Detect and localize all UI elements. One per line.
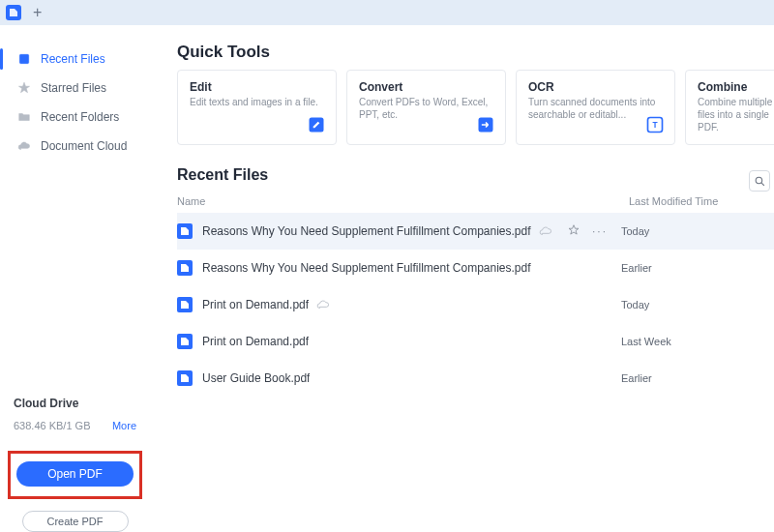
file-name: User Guide Book.pdf [202, 371, 310, 385]
card-title: Convert [359, 80, 495, 94]
table-row[interactable]: User Guide Book.pdfEarlier [177, 360, 774, 397]
cloud-icon [17, 139, 31, 153]
tab-bar: + [0, 0, 774, 25]
quick-tools-cards: EditEdit texts and images in a file.Conv… [177, 70, 774, 145]
sidebar-item-label: Starred Files [41, 81, 106, 95]
file-name: Print on Demand.pdf [202, 335, 309, 348]
cloud-icon [539, 224, 552, 238]
quick-tool-ocr[interactable]: OCRTurn scanned documents into searchabl… [516, 70, 675, 145]
cloud-icon [316, 298, 330, 311]
ocr-icon: T [645, 115, 665, 134]
table-row[interactable]: Print on Demand.pdfToday [177, 286, 774, 323]
card-desc: Edit texts and images in a file. [190, 96, 326, 108]
open-pdf-button[interactable]: Open PDF [16, 461, 134, 487]
sidebar: Recent FilesStarred FilesRecent FoldersD… [0, 25, 150, 532]
sidebar-item-cloud[interactable]: Document Cloud [0, 132, 150, 161]
folder-icon [17, 110, 31, 124]
star-icon [17, 81, 31, 95]
svg-text:T: T [652, 120, 657, 130]
sidebar-item-folder[interactable]: Recent Folders [0, 103, 150, 132]
quick-tool-convert[interactable]: ConvertConvert PDFs to Word, Excel, PPT,… [346, 70, 506, 145]
card-desc: Combine multiple files into a single PDF… [698, 96, 774, 133]
file-modified: Today [621, 299, 766, 310]
pdf-file-icon [177, 297, 193, 312]
cloud-usage: 638.46 KB/1 GB [14, 420, 91, 431]
sidebar-item-star[interactable]: Starred Files [0, 74, 150, 103]
recent-table-header: Name Last Modified Time [177, 184, 774, 213]
create-pdf-button[interactable]: Create PDF [22, 511, 129, 532]
convert-icon [476, 115, 495, 134]
card-desc: Turn scanned documents into searchable o… [528, 96, 665, 121]
card-title: OCR [528, 80, 665, 94]
card-title: Combine [698, 80, 774, 94]
file-modified: Today [621, 225, 766, 237]
more-icon[interactable]: ··· [592, 224, 608, 238]
star-icon[interactable] [567, 223, 580, 240]
sidebar-item-label: Recent Files [41, 52, 105, 66]
search-button[interactable] [749, 170, 770, 192]
open-pdf-highlight-box: Open PDF [8, 451, 142, 499]
recent-files-title: Recent Files [177, 166, 774, 184]
pdf-file-icon [177, 334, 193, 349]
cloud-drive-title: Cloud Drive [14, 397, 136, 410]
file-name: Reasons Why You Need Supplement Fulfillm… [202, 261, 531, 275]
quick-tools-title: Quick Tools [177, 43, 774, 62]
edit-icon [307, 115, 326, 134]
file-modified: Last Week [621, 336, 766, 347]
card-desc: Convert PDFs to Word, Excel, PPT, etc. [359, 96, 495, 121]
card-title: Edit [190, 80, 326, 94]
sidebar-item-label: Recent Folders [41, 110, 119, 124]
cloud-drive-block: Cloud Drive 638.46 KB/1 GB More [0, 397, 150, 437]
column-modified: Last Modified Time [629, 195, 774, 207]
quick-tool-edit[interactable]: EditEdit texts and images in a file. [177, 70, 337, 145]
file-name: Reasons Why You Need Supplement Fulfillm… [202, 224, 531, 238]
quick-tool-combine[interactable]: CombineCombine multiple files into a sin… [685, 70, 774, 145]
file-modified: Earlier [621, 262, 766, 274]
table-row[interactable]: Reasons Why You Need Supplement Fulfillm… [177, 213, 774, 250]
sidebar-item-recent[interactable]: Recent Files [0, 44, 150, 74]
svg-rect-0 [19, 54, 28, 63]
app-logo-icon [6, 5, 21, 20]
pdf-file-icon [177, 223, 193, 239]
cloud-more-link[interactable]: More [112, 420, 136, 431]
svg-point-7 [756, 177, 762, 184]
file-name: Print on Demand.pdf [202, 298, 309, 311]
recent-rows: Reasons Why You Need Supplement Fulfillm… [177, 213, 774, 397]
column-name: Name [177, 195, 629, 207]
pdf-file-icon [177, 370, 193, 386]
svg-line-8 [761, 183, 764, 186]
main-area: Quick Tools EditEdit texts and images in… [150, 25, 774, 532]
file-modified: Earlier [621, 372, 766, 384]
table-row[interactable]: Reasons Why You Need Supplement Fulfillm… [177, 250, 774, 286]
new-tab-button[interactable]: + [29, 5, 45, 20]
sidebar-item-label: Document Cloud [41, 139, 127, 153]
table-row[interactable]: Print on Demand.pdfLast Week [177, 323, 774, 360]
recent-icon [17, 52, 31, 66]
pdf-file-icon [177, 260, 193, 276]
